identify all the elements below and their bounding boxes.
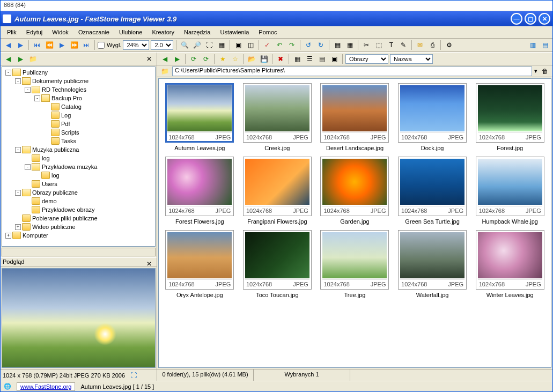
redo-icon[interactable]: ↻ — [315, 40, 326, 50]
menu-edytuj[interactable]: Edytuj — [22, 28, 47, 36]
email-icon[interactable]: ✉ — [415, 40, 425, 50]
tree-node[interactable]: log — [3, 171, 154, 180]
path-dropdown-icon[interactable]: ▾ — [534, 68, 537, 75]
menu-ustawienia[interactable]: Ustawienia — [216, 28, 254, 36]
br-save-icon[interactable]: 💾 — [259, 54, 269, 64]
tree-node[interactable]: Log — [3, 111, 154, 120]
thumbnail[interactable]: 1024x768JPEGOryx Antelope.jpg — [163, 230, 237, 298]
tree-node[interactable]: -Publiczny — [3, 68, 154, 77]
tree-fwd-icon[interactable]: ▶ — [15, 54, 26, 64]
website-link[interactable]: www.FastStone.org — [17, 382, 75, 391]
tree-node[interactable]: -Backup Pro — [3, 94, 154, 102]
menu-kreatory[interactable]: Kreatory — [148, 28, 179, 36]
status-fit-icon[interactable]: ⛶ — [128, 370, 139, 381]
path-folder-icon[interactable]: 📁 — [159, 66, 170, 77]
expand-icon[interactable]: + — [15, 224, 21, 230]
settings-icon[interactable]: ⚙ — [444, 40, 454, 50]
view-list-icon[interactable]: ☰ — [304, 54, 315, 64]
layout-2-icon[interactable]: ▤ — [540, 40, 550, 50]
thumbnail[interactable]: 1024x768JPEGCreek.jpg — [241, 83, 314, 151]
rotate-right-icon[interactable]: ↷ — [286, 40, 297, 50]
titlebar[interactable]: Autumn Leaves.jpg - FastStone Image View… — [1, 11, 552, 26]
thumbnail[interactable]: 1024x768JPEGTree.jpg — [318, 230, 392, 298]
nav-back-icon[interactable]: ◀ — [3, 40, 13, 50]
recycle-icon[interactable]: 🗑 — [540, 66, 550, 77]
thumbnail[interactable]: 1024x768JPEGGarden.jpg — [318, 157, 392, 225]
tree-node[interactable]: -Obrazy publiczne — [3, 188, 154, 197]
tree-node[interactable]: Tasks — [3, 137, 154, 145]
minimize-button[interactable]: — — [511, 13, 522, 25]
menu-narzedzia[interactable]: Narzędzia — [180, 28, 215, 36]
thumbnail[interactable]: 1024x768JPEGAutumn Leaves.jpg — [163, 83, 237, 151]
expand-icon[interactable]: - — [15, 78, 21, 84]
thumbnail[interactable]: 1024x768JPEGHumpback Whale.jpg — [473, 157, 547, 225]
view-grid-icon[interactable]: ▣ — [329, 54, 340, 64]
play-icon[interactable]: ▶ — [56, 40, 67, 50]
expand-icon[interactable]: - — [15, 147, 21, 153]
tree-back-icon[interactable]: ◀ — [3, 54, 13, 64]
tree-up-icon[interactable]: 📁 — [27, 54, 38, 64]
compare-icon[interactable]: ◫ — [245, 40, 256, 50]
thumbnail[interactable]: 1024x768JPEGGreen Sea Turtle.jpg — [396, 157, 469, 225]
tree-node[interactable]: Users — [3, 180, 154, 188]
br-refresh2-icon[interactable]: ⟳ — [201, 54, 211, 64]
expand-icon[interactable]: - — [34, 95, 40, 101]
tree-node[interactable]: log — [3, 154, 154, 162]
thumbnail[interactable]: 1024x768JPEGWinter Leaves.jpg — [473, 230, 547, 298]
br-fwd-icon[interactable]: ▶ — [172, 54, 182, 64]
filter-combo[interactable]: Obrazy — [345, 54, 388, 64]
expand-icon[interactable]: + — [5, 233, 11, 239]
wygl-check[interactable] — [98, 42, 105, 49]
text-icon[interactable]: T — [386, 40, 396, 50]
menu-plik[interactable]: Plik — [3, 28, 21, 36]
zoom2-combo[interactable]: 2.0 — [151, 40, 173, 50]
tree-node[interactable]: -Przykładowa muzyka — [3, 162, 154, 171]
br-back-icon[interactable]: ◀ — [159, 54, 170, 64]
tree-node[interactable]: +Komputer — [3, 231, 154, 240]
path-input[interactable]: C:\Users\Public\Pictures\Sample Pictures… — [172, 66, 532, 76]
tree-node[interactable]: Przykładowe obrazy — [3, 205, 154, 214]
print-icon[interactable]: ⎙ — [427, 40, 438, 50]
thumbnail[interactable]: 1024x768JPEGWaterfall.jpg — [396, 230, 469, 298]
expand-icon[interactable]: - — [25, 164, 31, 170]
thumbnail-grid[interactable]: 1024x768JPEGAutumn Leaves.jpg1024x768JPE… — [158, 78, 551, 368]
br-open-icon[interactable]: 📂 — [246, 54, 257, 64]
preview-image[interactable] — [2, 268, 156, 368]
thumbnail[interactable]: 1024x768JPEGDesert Landscape.jpg — [318, 83, 392, 151]
tree-node[interactable]: Catalog — [3, 102, 154, 111]
tree-node[interactable]: -RD Technologies — [3, 85, 154, 94]
menu-pomoc[interactable]: Pomoc — [254, 28, 281, 36]
tree-node[interactable]: -Dokumenty publiczne — [3, 77, 154, 85]
tag-icon[interactable]: ✓ — [262, 40, 272, 50]
preview-close-icon[interactable]: ✕ — [144, 258, 154, 269]
expand-icon[interactable]: - — [25, 87, 31, 93]
zoom-in-icon[interactable]: 🔎 — [191, 40, 202, 50]
thumbnail[interactable]: 1024x768JPEGToco Toucan.jpg — [241, 230, 314, 298]
br-addfav-icon[interactable]: ☆ — [230, 54, 240, 64]
maximize-button[interactable]: ▢ — [525, 13, 536, 25]
tree-node[interactable]: -Muzyka publiczna — [3, 145, 154, 154]
tree-node[interactable]: +Wideo publiczne — [3, 223, 154, 231]
thumbnail[interactable]: 1024x768JPEGFrangipani Flowers.jpg — [241, 157, 314, 225]
first-icon[interactable]: ⏮ — [32, 40, 42, 50]
tree-node[interactable]: Pobierane pliki publiczne — [3, 214, 154, 223]
undo-icon[interactable]: ↺ — [303, 40, 314, 50]
close-button[interactable]: ✕ — [539, 13, 550, 25]
fit-icon[interactable]: ⛶ — [204, 40, 215, 50]
zoom-out-icon[interactable]: 🔍 — [179, 40, 190, 50]
expand-icon[interactable]: - — [5, 70, 11, 76]
br-delete-icon[interactable]: ✖ — [275, 54, 286, 64]
view-detail-icon[interactable]: ▤ — [316, 54, 327, 64]
menu-ulubione[interactable]: Ulubione — [115, 28, 146, 36]
thumbnail[interactable]: 1024x768JPEGForest.jpg — [473, 83, 547, 151]
tree-node[interactable]: Pdf — [3, 120, 154, 128]
thumbnail[interactable]: 1024x768JPEGDock.jpg — [396, 83, 469, 151]
grid-large-icon[interactable]: ▦ — [344, 40, 355, 50]
tree-node[interactable]: demo — [3, 197, 154, 205]
draw-icon[interactable]: ✎ — [398, 40, 409, 50]
tree-close-icon[interactable]: ✕ — [144, 54, 154, 64]
menu-oznaczanie[interactable]: Oznaczanie — [74, 28, 114, 36]
view-thumbs-icon[interactable]: ▦ — [292, 54, 303, 64]
grid-small-icon[interactable]: ▦ — [332, 40, 343, 50]
prev-icon[interactable]: ⏪ — [44, 40, 55, 50]
